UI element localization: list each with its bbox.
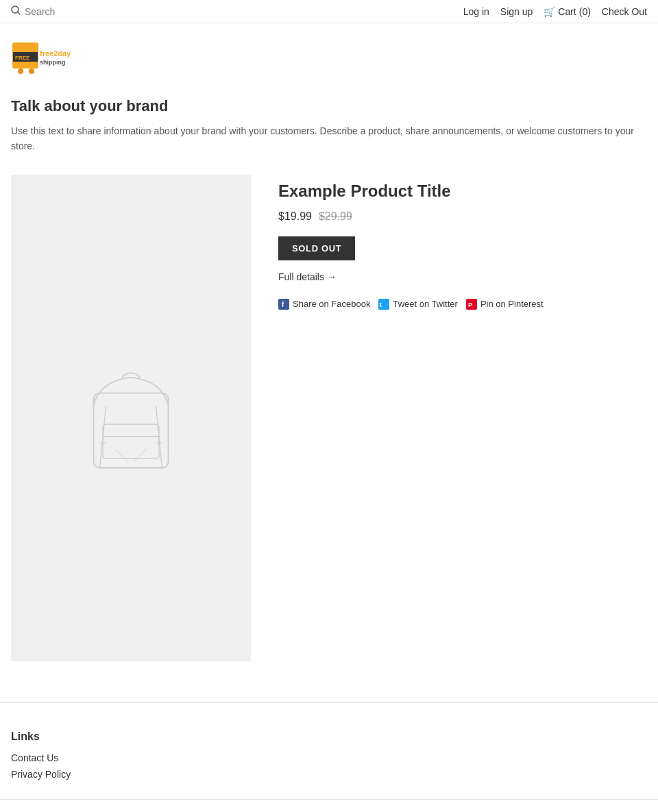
- social-share: f Share on Facebook t Tweet on Twitter P: [278, 299, 647, 310]
- footer-bottom: Copyright © 2018, Free2DayShipping . Pow…: [0, 799, 658, 812]
- cart-count: (0): [579, 6, 591, 17]
- pinterest-icon: P: [466, 299, 477, 310]
- log-in-link[interactable]: Log in: [463, 6, 489, 17]
- product-image: [62, 349, 199, 487]
- svg-text:t: t: [380, 302, 382, 308]
- search-icon[interactable]: [11, 5, 21, 17]
- pin-button[interactable]: P Pin on Pinterest: [466, 299, 544, 310]
- product-info: Example Product Title $19.99 $29.99 SOLD…: [278, 175, 647, 310]
- price-current: $19.99: [278, 210, 312, 223]
- svg-text:P: P: [468, 302, 472, 308]
- svg-text:shipping: shipping: [40, 59, 66, 66]
- logo-image: FREE free2day shipping: [11, 37, 93, 75]
- svg-text:FREE: FREE: [15, 55, 30, 61]
- sign-up-link[interactable]: Sign up: [500, 6, 533, 17]
- brand-section: Talk about your brand Use this text to s…: [11, 97, 647, 154]
- full-details-arrow: →: [327, 271, 337, 282]
- product-title: Example Product Title: [278, 182, 647, 201]
- sold-out-button: SOLD OUT: [278, 236, 355, 260]
- svg-point-3: [18, 69, 23, 74]
- main-content: Talk about your brand Use this text to s…: [0, 84, 658, 675]
- tweet-label: Tweet on Twitter: [393, 299, 457, 309]
- search-form: [11, 5, 148, 17]
- svg-line-1: [18, 12, 20, 14]
- svg-rect-9: [93, 393, 168, 467]
- brand-description: Use this text to share information about…: [11, 123, 647, 154]
- full-details-label: Full details: [278, 271, 324, 282]
- cart-label: Cart: [558, 6, 576, 17]
- contact-us-link[interactable]: Contact Us: [11, 752, 647, 763]
- svg-rect-10: [103, 424, 159, 458]
- footer-links-section: Links Contact Us Privacy Policy: [0, 702, 658, 799]
- facebook-icon: f: [278, 299, 289, 310]
- svg-line-15: [134, 449, 147, 461]
- pin-label: Pin on Pinterest: [480, 299, 544, 309]
- sold-out-button-wrap: SOLD OUT: [278, 236, 647, 271]
- price-original: $29.99: [319, 210, 352, 223]
- product-section: Example Product Title $19.99 $29.99 SOLD…: [11, 175, 647, 661]
- svg-line-14: [115, 449, 127, 461]
- search-input[interactable]: [25, 6, 107, 17]
- brand-title: Talk about your brand: [11, 97, 647, 115]
- cart-icon: 🛒: [544, 6, 555, 17]
- svg-point-4: [29, 69, 34, 74]
- logo-area: FREE free2day shipping: [0, 23, 658, 84]
- svg-text:free2day: free2day: [40, 49, 71, 58]
- full-details-link[interactable]: Full details →: [278, 271, 647, 282]
- check-out-link[interactable]: Check Out: [602, 6, 647, 17]
- top-nav: Log in Sign up 🛒 Cart (0) Check Out: [0, 0, 658, 23]
- product-image-wrap: [11, 175, 251, 661]
- nav-links: Log in Sign up 🛒 Cart (0) Check Out: [463, 6, 647, 17]
- product-price-row: $19.99 $29.99: [278, 210, 647, 223]
- twitter-icon: t: [378, 299, 389, 310]
- footer-links-title: Links: [11, 730, 647, 743]
- tweet-button[interactable]: t Tweet on Twitter: [378, 299, 457, 310]
- privacy-policy-link[interactable]: Privacy Policy: [11, 769, 647, 780]
- cart-link[interactable]: 🛒 Cart (0): [544, 6, 591, 17]
- share-facebook-label: Share on Facebook: [293, 299, 370, 309]
- logo-link[interactable]: FREE free2day shipping: [11, 66, 93, 77]
- share-facebook-button[interactable]: f Share on Facebook: [278, 299, 370, 310]
